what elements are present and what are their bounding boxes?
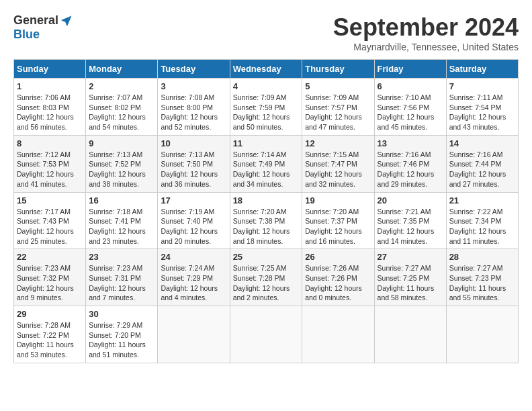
- calendar-cell: 27Sunrise: 7:27 AMSunset: 7:25 PMDayligh…: [374, 249, 446, 306]
- day-number: 27: [378, 252, 443, 262]
- day-number: 24: [161, 252, 226, 262]
- day-number: 2: [89, 81, 154, 91]
- calendar-cell: 8Sunrise: 7:12 AMSunset: 7:53 PMDaylight…: [14, 135, 86, 192]
- day-info: Sunrise: 7:26 AMSunset: 7:26 PMDaylight:…: [305, 263, 371, 303]
- day-info: Sunrise: 7:13 AMSunset: 7:52 PMDaylight:…: [89, 150, 154, 189]
- calendar-cell: 25Sunrise: 7:25 AMSunset: 7:28 PMDayligh…: [230, 249, 302, 306]
- logo-blue-text: Blue: [13, 28, 40, 42]
- day-number: 29: [17, 309, 83, 319]
- calendar-week-row: 15Sunrise: 7:17 AMSunset: 7:43 PMDayligh…: [14, 192, 519, 249]
- day-info: Sunrise: 7:13 AMSunset: 7:50 PMDaylight:…: [161, 150, 226, 189]
- calendar-cell: 23Sunrise: 7:23 AMSunset: 7:31 PMDayligh…: [86, 249, 158, 306]
- day-info: Sunrise: 7:09 AMSunset: 7:59 PMDaylight:…: [233, 93, 300, 132]
- day-number: 25: [233, 252, 300, 262]
- calendar-week-row: 1Sunrise: 7:06 AMSunset: 8:03 PMDaylight…: [14, 79, 519, 136]
- day-number: 8: [17, 138, 83, 148]
- day-number: 30: [89, 309, 154, 319]
- weekday-header-friday: Friday: [374, 60, 446, 79]
- day-info: Sunrise: 7:28 AMSunset: 7:22 PMDaylight:…: [17, 320, 83, 360]
- calendar-cell: 7Sunrise: 7:11 AMSunset: 7:54 PMDaylight…: [446, 79, 518, 136]
- day-info: Sunrise: 7:19 AMSunset: 7:40 PMDaylight:…: [161, 207, 226, 246]
- calendar-cell: [158, 306, 230, 363]
- day-number: 18: [233, 195, 300, 205]
- day-info: Sunrise: 7:18 AMSunset: 7:41 PMDaylight:…: [89, 207, 154, 246]
- calendar-cell: 10Sunrise: 7:13 AMSunset: 7:50 PMDayligh…: [158, 135, 230, 192]
- calendar-cell: 21Sunrise: 7:22 AMSunset: 7:34 PMDayligh…: [446, 192, 518, 249]
- calendar-cell: [302, 306, 374, 363]
- day-number: 16: [89, 195, 154, 205]
- calendar-week-row: 8Sunrise: 7:12 AMSunset: 7:53 PMDaylight…: [14, 135, 519, 192]
- weekday-header-thursday: Thursday: [302, 60, 374, 79]
- day-info: Sunrise: 7:29 AMSunset: 7:20 PMDaylight:…: [89, 320, 154, 360]
- day-info: Sunrise: 7:23 AMSunset: 7:32 PMDaylight:…: [17, 263, 83, 303]
- calendar-cell: 1Sunrise: 7:06 AMSunset: 8:03 PMDaylight…: [14, 79, 86, 136]
- calendar-cell: 18Sunrise: 7:20 AMSunset: 7:38 PMDayligh…: [230, 192, 302, 249]
- day-number: 28: [449, 252, 515, 262]
- logo-bird-icon: [60, 14, 73, 28]
- calendar-cell: 24Sunrise: 7:24 AMSunset: 7:29 PMDayligh…: [158, 249, 230, 306]
- page-header: General Blue September 2024 Maynardville…: [13, 13, 519, 52]
- day-number: 20: [378, 195, 443, 205]
- calendar-cell: 14Sunrise: 7:16 AMSunset: 7:44 PMDayligh…: [446, 135, 518, 192]
- weekday-header-sunday: Sunday: [14, 60, 86, 79]
- calendar-cell: [374, 306, 446, 363]
- day-number: 15: [17, 195, 83, 205]
- calendar-cell: 11Sunrise: 7:14 AMSunset: 7:49 PMDayligh…: [230, 135, 302, 192]
- day-number: 11: [233, 138, 300, 148]
- location: Maynardville, Tennessee, United States: [333, 42, 519, 52]
- day-info: Sunrise: 7:27 AMSunset: 7:23 PMDaylight:…: [449, 263, 515, 303]
- calendar-cell: 5Sunrise: 7:09 AMSunset: 7:57 PMDaylight…: [302, 79, 374, 136]
- day-number: 4: [233, 81, 300, 91]
- calendar-cell: 16Sunrise: 7:18 AMSunset: 7:41 PMDayligh…: [86, 192, 158, 249]
- weekday-header-saturday: Saturday: [446, 60, 518, 79]
- calendar-cell: 29Sunrise: 7:28 AMSunset: 7:22 PMDayligh…: [14, 306, 86, 363]
- calendar-cell: [446, 306, 518, 363]
- day-number: 14: [449, 138, 515, 148]
- day-info: Sunrise: 7:27 AMSunset: 7:25 PMDaylight:…: [378, 263, 443, 303]
- calendar-cell: 26Sunrise: 7:26 AMSunset: 7:26 PMDayligh…: [302, 249, 374, 306]
- day-number: 26: [305, 252, 371, 262]
- day-info: Sunrise: 7:10 AMSunset: 7:56 PMDaylight:…: [378, 93, 443, 132]
- day-number: 17: [161, 195, 226, 205]
- calendar-cell: 28Sunrise: 7:27 AMSunset: 7:23 PMDayligh…: [446, 249, 518, 306]
- calendar-cell: 2Sunrise: 7:07 AMSunset: 8:02 PMDaylight…: [86, 79, 158, 136]
- day-info: Sunrise: 7:11 AMSunset: 7:54 PMDaylight:…: [449, 93, 515, 132]
- day-info: Sunrise: 7:07 AMSunset: 8:02 PMDaylight:…: [89, 93, 154, 132]
- day-info: Sunrise: 7:15 AMSunset: 7:47 PMDaylight:…: [305, 150, 371, 189]
- calendar-cell: 20Sunrise: 7:21 AMSunset: 7:35 PMDayligh…: [374, 192, 446, 249]
- day-number: 3: [161, 81, 226, 91]
- day-info: Sunrise: 7:20 AMSunset: 7:38 PMDaylight:…: [233, 207, 300, 246]
- day-info: Sunrise: 7:23 AMSunset: 7:31 PMDaylight:…: [89, 263, 154, 303]
- day-number: 5: [305, 81, 371, 91]
- day-number: 10: [161, 138, 226, 148]
- calendar-week-row: 29Sunrise: 7:28 AMSunset: 7:22 PMDayligh…: [14, 306, 519, 363]
- calendar-cell: 3Sunrise: 7:08 AMSunset: 8:00 PMDaylight…: [158, 79, 230, 136]
- day-info: Sunrise: 7:16 AMSunset: 7:44 PMDaylight:…: [449, 150, 515, 189]
- day-info: Sunrise: 7:08 AMSunset: 8:00 PMDaylight:…: [161, 93, 226, 132]
- day-number: 23: [89, 252, 154, 262]
- calendar-cell: 9Sunrise: 7:13 AMSunset: 7:52 PMDaylight…: [86, 135, 158, 192]
- day-number: 19: [305, 195, 371, 205]
- day-number: 21: [449, 195, 515, 205]
- weekday-header-row: SundayMondayTuesdayWednesdayThursdayFrid…: [14, 60, 519, 79]
- weekday-header-tuesday: Tuesday: [158, 60, 230, 79]
- day-info: Sunrise: 7:25 AMSunset: 7:28 PMDaylight:…: [233, 263, 300, 303]
- calendar-header: SundayMondayTuesdayWednesdayThursdayFrid…: [14, 60, 519, 79]
- day-number: 13: [378, 138, 443, 148]
- weekday-header-monday: Monday: [86, 60, 158, 79]
- weekday-header-wednesday: Wednesday: [230, 60, 302, 79]
- title-section: September 2024 Maynardville, Tennessee, …: [333, 13, 519, 52]
- calendar-cell: 12Sunrise: 7:15 AMSunset: 7:47 PMDayligh…: [302, 135, 374, 192]
- calendar-cell: 15Sunrise: 7:17 AMSunset: 7:43 PMDayligh…: [14, 192, 86, 249]
- calendar-cell: 19Sunrise: 7:20 AMSunset: 7:37 PMDayligh…: [302, 192, 374, 249]
- day-number: 6: [378, 81, 443, 91]
- day-number: 22: [17, 252, 83, 262]
- day-info: Sunrise: 7:14 AMSunset: 7:49 PMDaylight:…: [233, 150, 300, 189]
- calendar-cell: 4Sunrise: 7:09 AMSunset: 7:59 PMDaylight…: [230, 79, 302, 136]
- day-info: Sunrise: 7:12 AMSunset: 7:53 PMDaylight:…: [17, 150, 83, 189]
- day-info: Sunrise: 7:20 AMSunset: 7:37 PMDaylight:…: [305, 207, 371, 246]
- day-info: Sunrise: 7:24 AMSunset: 7:29 PMDaylight:…: [161, 263, 226, 303]
- day-number: 1: [17, 81, 83, 91]
- day-info: Sunrise: 7:21 AMSunset: 7:35 PMDaylight:…: [378, 207, 443, 246]
- day-number: 9: [89, 138, 154, 148]
